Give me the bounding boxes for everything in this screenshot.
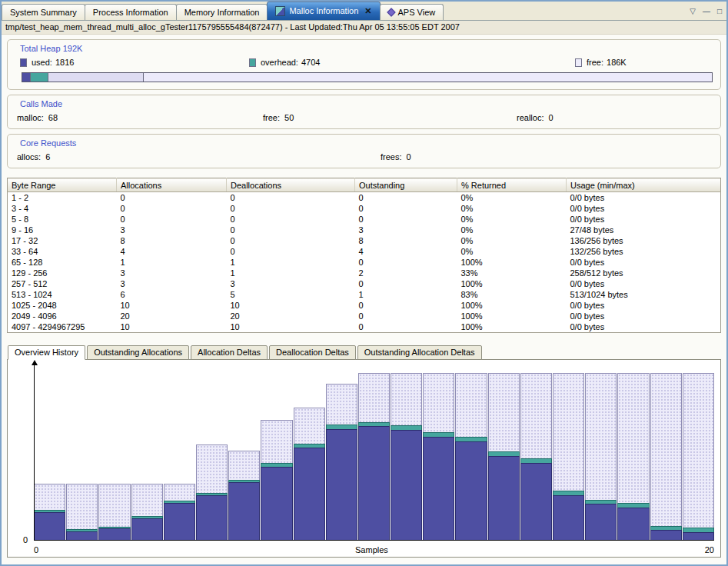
chart-bar-sample-4[interactable] — [164, 484, 195, 541]
table-row[interactable]: 1025 - 204810100100%0/0 bytes — [8, 300, 721, 311]
chart-bar-sample-11[interactable] — [391, 373, 422, 541]
used-segment — [391, 430, 422, 541]
free-segment — [228, 451, 260, 480]
table-row[interactable]: 17 - 328080%136/256 bytes — [8, 235, 721, 246]
chart-bar-sample-5[interactable] — [196, 444, 228, 541]
close-icon[interactable]: ✕ — [364, 6, 371, 16]
table-row[interactable]: 3 - 40000%0/0 bytes — [8, 203, 721, 214]
free-segment — [294, 408, 325, 444]
used-segment — [164, 503, 195, 541]
cell-usage-min-max: 0/0 bytes — [567, 311, 721, 321]
tab-aps-view[interactable]: APS View — [380, 4, 444, 20]
cell-deallocations: 0 — [227, 246, 355, 257]
core-requests-title: Core Requests — [20, 138, 716, 148]
cell-returned: 0% — [457, 225, 567, 235]
core-allocs-label: allocs: — [17, 152, 41, 161]
tab-system-summary[interactable]: System Summary — [2, 4, 85, 20]
table-row[interactable]: 5 - 80000%0/0 bytes — [8, 214, 721, 225]
chart-bar-sample-18[interactable] — [617, 373, 649, 541]
cell-outstanding: 0 — [355, 257, 457, 268]
chart-bar-sample-14[interactable] — [488, 373, 520, 541]
column-byte-range[interactable]: Byte Range — [8, 178, 117, 192]
core-frees-label: frees: — [381, 152, 402, 161]
tab-memory-information[interactable]: Memory Information — [176, 4, 268, 20]
maximize-icon[interactable]: □ — [717, 8, 722, 15]
tab-process-information[interactable]: Process Information — [85, 4, 177, 20]
cell-returned: 0% — [457, 246, 567, 257]
tab-malloc-information[interactable]: Malloc Information✕ — [267, 2, 380, 20]
chart-bar-sample-9[interactable] — [326, 384, 357, 541]
minimize-icon[interactable]: — — [703, 8, 710, 15]
column-returned[interactable]: % Returned — [457, 178, 567, 192]
chart-bar-sample-6[interactable] — [228, 451, 260, 541]
chart-bar-sample-1[interactable] — [66, 484, 98, 541]
history-tab-strip: Overview HistoryOutstanding AllocationsA… — [7, 345, 721, 359]
cell-deallocations: 0 — [227, 192, 355, 204]
heap-legend: used:1816overhead:4704free:186K — [12, 58, 716, 67]
y-axis-arrow-icon — [32, 360, 38, 365]
table-row[interactable]: 2049 - 409620200100%0/0 bytes — [8, 311, 721, 321]
chart-bar-sample-20[interactable] — [683, 373, 714, 541]
chart-bar-sample-0[interactable] — [34, 484, 65, 541]
chart-bar-sample-7[interactable] — [261, 420, 292, 541]
table-row[interactable]: 9 - 163030%27/48 bytes — [8, 225, 721, 235]
allocation-table: Byte RangeAllocationsDeallocationsOutsta… — [7, 178, 721, 333]
legend-label: free: — [587, 58, 603, 67]
free-segment — [455, 373, 487, 437]
history-tab-outstanding-allocation-deltas[interactable]: Outstanding Allocation Deltas — [357, 345, 482, 360]
column-usage-min-max[interactable]: Usage (min/max) — [567, 178, 721, 192]
used-swatch — [20, 58, 27, 67]
cell-returned: 0% — [457, 235, 567, 246]
free-segment — [683, 373, 714, 528]
chart-bar-sample-16[interactable] — [553, 373, 584, 541]
tab-label: Memory Information — [184, 8, 260, 17]
cell-returned: 100% — [457, 278, 567, 289]
cell-byte-range: 3 - 4 — [8, 203, 117, 214]
table-row[interactable]: 65 - 128110100%0/0 bytes — [8, 257, 721, 268]
cell-allocations: 4 — [117, 246, 227, 257]
column-deallocations[interactable]: Deallocations — [227, 178, 355, 192]
cell-outstanding: 0 — [355, 321, 457, 333]
core-frees: frees:0 — [381, 152, 411, 161]
chart-bar-sample-15[interactable] — [520, 373, 552, 541]
heap-segment-overhead — [31, 73, 48, 82]
chart-bar-sample-2[interactable] — [98, 484, 130, 541]
chart-bar-sample-8[interactable] — [294, 408, 325, 541]
table-row[interactable]: 257 - 512330100%0/0 bytes — [8, 278, 721, 289]
column-allocations[interactable]: Allocations — [117, 178, 227, 192]
x-axis-labels: 0 Samples 20 — [34, 545, 714, 554]
table-row[interactable]: 129 - 25631233%258/512 bytes — [8, 268, 721, 278]
history-tab-overview-history[interactable]: Overview History — [8, 345, 85, 360]
chart-bar-sample-3[interactable] — [131, 484, 163, 541]
cell-allocations: 10 — [117, 321, 227, 333]
column-outstanding[interactable]: Outstanding — [355, 178, 457, 192]
chart-bar-sample-12[interactable] — [423, 373, 454, 541]
cell-allocations: 20 — [117, 311, 227, 321]
cell-deallocations: 0 — [227, 225, 355, 235]
view-menu-icon[interactable]: ▽ — [690, 8, 696, 15]
chart-bar-sample-13[interactable] — [455, 373, 487, 541]
chart-bar-sample-17[interactable] — [585, 373, 617, 541]
table-row[interactable]: 1 - 20000%0/0 bytes — [8, 192, 721, 204]
table-row[interactable]: 513 - 102465183%513/1024 bytes — [8, 289, 721, 300]
table-row[interactable]: 4097 - 429496729510100100%0/0 bytes — [8, 321, 721, 333]
cell-outstanding: 8 — [355, 235, 457, 246]
chart-bar-sample-10[interactable] — [358, 373, 390, 541]
free-segment — [650, 373, 682, 526]
history-tab-deallocation-deltas[interactable]: Deallocation Deltas — [269, 345, 356, 360]
used-segment — [358, 426, 390, 541]
view-toolbar: ▽—□ — [683, 8, 722, 20]
history-tab-outstanding-allocations[interactable]: Outstanding Allocations — [87, 345, 189, 360]
free-segment — [98, 484, 130, 527]
x-tick-max: 20 — [705, 545, 714, 554]
call-free-value: 50 — [284, 113, 294, 122]
table-row[interactable]: 33 - 644040%132/256 bytes — [8, 246, 721, 257]
history-chart-bars — [34, 373, 714, 541]
used-segment — [228, 482, 260, 541]
x-tick-min: 0 — [34, 545, 38, 554]
chart-bar-sample-19[interactable] — [650, 373, 682, 541]
history-tab-allocation-deltas[interactable]: Allocation Deltas — [191, 345, 268, 360]
free-segment — [66, 484, 98, 529]
call-free: free:50 — [263, 113, 517, 122]
call-realloc-label: realloc: — [517, 113, 544, 122]
